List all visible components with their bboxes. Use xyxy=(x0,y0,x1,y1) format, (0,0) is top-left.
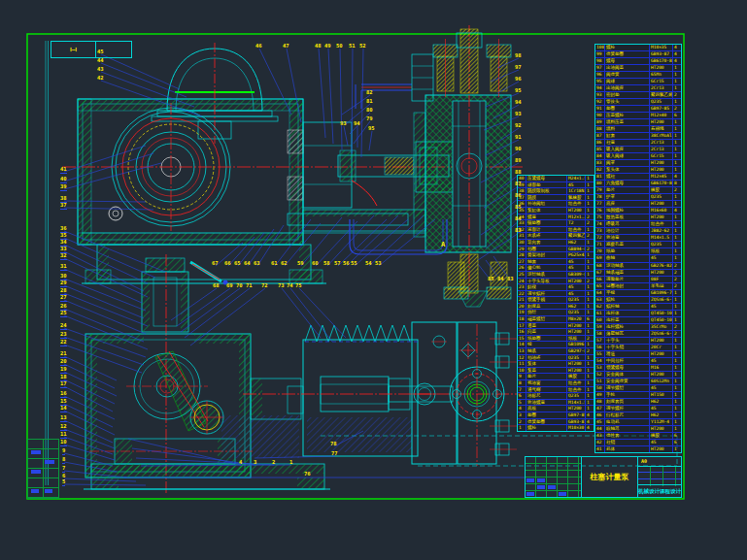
bom-row: 63蜗轮ZQSn6-6-31 xyxy=(595,296,681,303)
bom-row: 29挡圈GB894-862 xyxy=(518,246,594,252)
callout-number: 43 xyxy=(97,67,104,72)
bom-cell: 螺栓 xyxy=(526,425,566,431)
callout-number: 63 xyxy=(254,261,260,266)
bom-row: 98螺母GB6170-864 xyxy=(595,57,681,64)
bom-row: 91垫圈GB97-852 xyxy=(595,105,681,112)
bom-row: 15纸垫圈纸板2 xyxy=(518,335,594,342)
bom-row: 14键GB1096-791 xyxy=(518,341,594,347)
callout-number: 80 xyxy=(366,108,373,113)
bom-row: 32液面计组合件1 xyxy=(518,226,594,233)
bom-row: 51安全阀弹簧60Si2Mn1 xyxy=(595,378,681,384)
callout-number: 5 xyxy=(62,479,65,486)
bom-row: 45电动机Y112M-41 xyxy=(595,418,681,425)
bom-row: 86柱塞2Cr131 xyxy=(595,139,681,146)
callout-number: 91 xyxy=(515,135,522,140)
bom-row: 96阀弹簧65Mn1 xyxy=(595,71,681,78)
bom-row: 33铜垫圈T22 xyxy=(518,219,594,226)
callout-number: 37 xyxy=(60,203,67,210)
bom-row: 21锁紧手柄Q2351 xyxy=(518,296,594,303)
view-label: A xyxy=(441,241,445,248)
bom-row: 97出油阀盖HT2001 xyxy=(595,64,681,71)
paper-size-label: A0 xyxy=(641,458,647,464)
bom-row: 83阀罩HT2001 xyxy=(595,159,681,166)
callout-number: 29 xyxy=(60,280,67,287)
bom-row: 87缸套38CrMoAl1 xyxy=(595,132,681,139)
bom-row: 31支承环聚四氟乙烯2 xyxy=(518,232,594,239)
bom-row: 66调整垫片08F2 xyxy=(595,276,681,282)
bom-row: 79垫片橡胶2 xyxy=(595,186,681,193)
bom-row: 20刻度盘H621 xyxy=(518,303,594,310)
bom-row: 68滚动轴承GB276-822 xyxy=(595,262,681,269)
callout-number: 23 xyxy=(60,332,67,339)
bom-cell: HT200 xyxy=(649,446,672,452)
callout-number: 84 xyxy=(515,216,522,221)
bom-row: 55滑道HT2001 xyxy=(595,350,681,357)
callout-number: 10 xyxy=(60,440,67,446)
callout-number: 83 xyxy=(515,228,522,233)
callout-number: 47 xyxy=(283,44,289,49)
callout-number: 17 xyxy=(60,381,67,388)
callout-number: 48 xyxy=(315,44,322,49)
bom-row: 52安全阀体HT2001 xyxy=(595,371,681,378)
bom-row: 70纸垫纸板1 xyxy=(595,247,681,254)
bom-row: 13轴承GB297-842 xyxy=(518,347,594,354)
bom-row: 23斜楔451 xyxy=(518,283,594,290)
callout-number: 93 xyxy=(340,121,347,126)
bom-row: 48刻度套筒H621 xyxy=(595,398,681,405)
bom-row: 93密封垫聚四氟乙烯2 xyxy=(595,91,681,98)
callout-number: 71 xyxy=(246,283,253,288)
callout-number: 24 xyxy=(60,323,67,330)
callout-number: 2 xyxy=(272,460,275,465)
bom-row: 11泵体HT2001 xyxy=(518,360,594,367)
callout-number: 64 xyxy=(244,261,251,266)
callout-number: 32 xyxy=(60,253,67,260)
callout-number: 49 xyxy=(324,44,331,49)
callout-number: 62 xyxy=(281,261,288,266)
title-block: 柱塞计量泵 A0 机械设计课程设计 xyxy=(525,456,682,498)
bom-row: 8视油窗组合件1 xyxy=(518,379,594,386)
bom-row: 3垫圈GB97-854 xyxy=(518,412,594,418)
callout-number: 88 xyxy=(515,170,522,175)
bom-row: 37隔膜氟橡胶1 xyxy=(518,194,594,201)
bom-row: 75散热盖板HT2001 xyxy=(595,214,681,220)
bom-row: 82泵头体HT2001 xyxy=(595,166,681,173)
title-block-right: A0 机械设计课程设计 xyxy=(638,457,681,497)
callout-number: 69 xyxy=(226,283,233,288)
bom-row: 19指针Q2351 xyxy=(518,309,594,315)
bom-row: 50调节螺钉451 xyxy=(595,384,681,391)
bom-row: 77底座HT2001 xyxy=(595,200,681,207)
bom-row: 72放油塞M14×1.51 xyxy=(595,234,681,241)
callout-number: 72 xyxy=(261,283,268,288)
detail-label: Ⅰ—Ⅰ xyxy=(51,42,96,57)
callout-number: 96 xyxy=(515,77,522,82)
bom-row: 41机体HT2001 xyxy=(595,445,681,452)
callout-number: 4 xyxy=(239,460,242,465)
bom-row: 95阀球GCr151 xyxy=(595,78,681,84)
callout-number: 85 xyxy=(488,277,494,281)
callout-number: 98 xyxy=(515,53,522,58)
bom-row: 25滚针轴承GB309-841 xyxy=(518,271,594,278)
callout-number: 60 xyxy=(312,261,319,266)
bom-row: 49手轮HT1501 xyxy=(595,391,681,398)
callout-number: 74 xyxy=(287,283,293,288)
detail-label-box: Ⅰ—Ⅰ xyxy=(51,41,132,58)
bom-row: 53锁紧螺母M161 xyxy=(595,364,681,371)
callout-number: 81 xyxy=(366,99,373,104)
bom-row: 56十字头销20Cr1 xyxy=(595,344,681,350)
callout-number: 70 xyxy=(236,283,243,288)
bom-cell: 41 xyxy=(595,446,604,452)
cad-sheet: Ⅰ—Ⅰ 100螺栓M10×35499弹簧垫圈GB93-87498螺母GB6170… xyxy=(0,0,747,560)
callout-number: 8 xyxy=(62,457,65,464)
bom-row: 73油位计JB82-621 xyxy=(595,227,681,234)
bom-row: 1螺栓M10×304 xyxy=(518,424,594,431)
bom-row: 9垫片橡胶1 xyxy=(518,373,594,379)
callout-number: 82 xyxy=(366,90,373,95)
margin-revision-block xyxy=(27,439,59,499)
bom-cell: 4 xyxy=(585,425,594,431)
callout-number: 59 xyxy=(297,261,304,266)
bom-row: 43弹性套橡胶6 xyxy=(595,432,681,439)
bom-row: 22调节蜗杆451 xyxy=(518,290,594,297)
bom-row: 30导向套H621 xyxy=(518,239,594,246)
bom-row: 24十字头导板HT2002 xyxy=(518,278,594,284)
callout-number: 61 xyxy=(271,261,278,266)
